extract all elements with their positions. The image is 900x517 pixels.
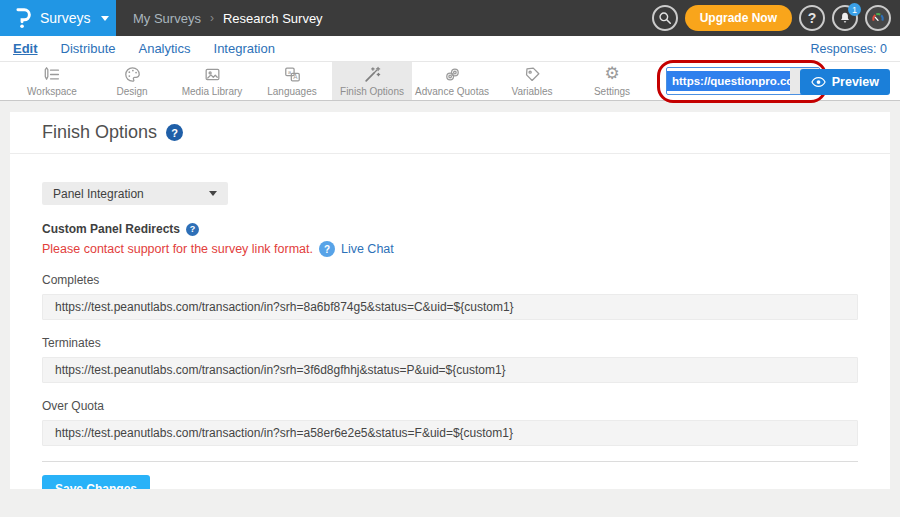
finish-option-type-dropdown[interactable]: Panel Integration (42, 182, 228, 205)
terminates-label: Terminates (42, 336, 858, 350)
gauge-icon (870, 10, 886, 26)
breadcrumb-my-surveys[interactable]: My Surveys (133, 11, 201, 26)
completes-label: Completes (42, 273, 858, 287)
workspace-list-icon (43, 65, 62, 84)
search-button[interactable] (652, 5, 678, 31)
palette-icon (123, 65, 142, 84)
save-changes-button[interactable]: Save Changes (42, 475, 150, 489)
search-icon (658, 11, 672, 25)
toolbar-item-variables[interactable]: Variables (492, 62, 572, 100)
gear-icon: ⚙ (604, 65, 619, 84)
panel-header: Finish Options ? (10, 112, 890, 154)
toolbar-item-settings[interactable]: ⚙ Settings (572, 62, 652, 100)
translate-icon: a A (283, 65, 302, 84)
toolbar-item-finish-options[interactable]: Finish Options (332, 62, 412, 100)
divider (42, 461, 858, 462)
edit-toolbar: Workspace Design Media Library a A Langu… (0, 62, 900, 101)
tag-icon (523, 65, 542, 84)
live-chat-link[interactable]: Live Chat (341, 242, 394, 256)
top-header: Surveys My Surveys › Research Survey Upg… (0, 0, 900, 36)
tab-analytics[interactable]: Analytics (138, 41, 190, 56)
toolbar-item-media-library[interactable]: Media Library (172, 62, 252, 100)
image-icon (203, 65, 222, 84)
chevron-down-icon (209, 191, 217, 196)
account-avatar[interactable] (865, 5, 891, 31)
survey-nav-tabs: Edit Distribute Analytics Integration Re… (0, 36, 900, 62)
completes-url-field[interactable]: https://test.peanutlabs.com/transaction/… (42, 294, 858, 320)
over-quota-url-field[interactable]: https://test.peanutlabs.com/transaction/… (42, 420, 858, 446)
survey-url-zone: https://questionpro.com/t/A (666, 67, 820, 95)
finish-options-panel: Finish Options ? Panel Integration Custo… (10, 112, 890, 489)
terminates-url-field[interactable]: https://test.peanutlabs.com/transaction/… (42, 357, 858, 383)
toolbar-item-languages[interactable]: a A Languages (252, 62, 332, 100)
page-title: Finish Options (42, 122, 157, 143)
finish-options-help-icon[interactable]: ? (166, 124, 183, 141)
over-quota-label: Over Quota (42, 399, 858, 413)
custom-panel-redirects-header: Custom Panel Redirects ? (42, 222, 858, 236)
breadcrumb-current: Research Survey (223, 11, 323, 26)
notification-badge: 1 (848, 3, 861, 16)
svg-text:A: A (293, 73, 298, 80)
survey-url-selected-text: https://questionpro.com/t/A (667, 71, 790, 91)
live-chat-icon[interactable]: ? (319, 241, 335, 257)
app-name: Surveys (40, 10, 91, 26)
magic-wand-icon (363, 65, 382, 84)
toolbar-item-advance-quotas[interactable]: Advance Quotas (412, 62, 492, 100)
eye-icon (811, 76, 826, 88)
warning-text: Please contact support for the survey li… (42, 242, 313, 256)
responses-count[interactable]: Responses: 0 (811, 42, 887, 56)
breadcrumb-separator: › (210, 11, 214, 25)
toolbar-item-workspace[interactable]: Workspace (12, 62, 92, 100)
tab-edit[interactable]: Edit (13, 41, 38, 56)
toolbar-item-design[interactable]: Design (92, 62, 172, 100)
question-mark-icon: ? (808, 10, 817, 26)
notifications-button[interactable]: 1 (832, 5, 858, 31)
upgrade-now-button[interactable]: Upgrade Now (685, 5, 792, 31)
header-actions: Upgrade Now ? 1 (652, 0, 891, 36)
breadcrumb: My Surveys › Research Survey (133, 0, 323, 36)
tab-distribute[interactable]: Distribute (61, 41, 116, 56)
tab-integration[interactable]: Integration (214, 41, 275, 56)
support-warning-row: Please contact support for the survey li… (42, 241, 858, 257)
chain-link-icon (443, 65, 462, 84)
questionpro-logo-icon (13, 7, 32, 29)
app-switcher[interactable]: Surveys (0, 0, 116, 36)
chevron-down-icon (101, 16, 109, 21)
help-button[interactable]: ? (799, 5, 825, 31)
preview-button[interactable]: Preview (800, 69, 890, 95)
section-help-icon[interactable]: ? (186, 223, 199, 236)
survey-url-input[interactable]: https://questionpro.com/t/A (666, 67, 820, 95)
panel-body: Panel Integration Custom Panel Redirects… (10, 182, 890, 489)
dropdown-selected-value: Panel Integration (53, 187, 144, 201)
section-label: Custom Panel Redirects (42, 222, 180, 236)
